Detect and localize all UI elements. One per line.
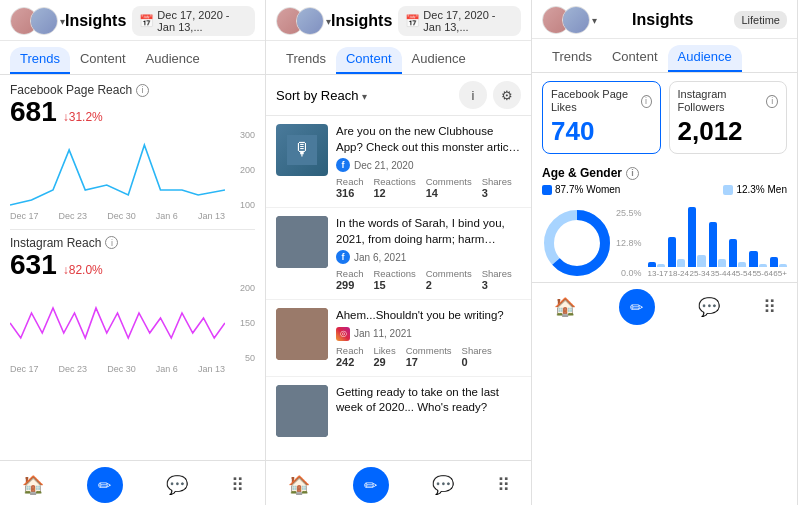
audience-header-bar: ▾ Insights Lifetime — [532, 0, 797, 39]
bar-blue-18 — [668, 237, 676, 267]
nav-edit-mid[interactable]: ✏ — [353, 467, 389, 503]
men-dot — [723, 185, 733, 195]
tab-trends-right[interactable]: Trends — [542, 45, 602, 72]
donut-svg — [542, 208, 612, 278]
trends-tab-bar: Trends Content Audience — [0, 41, 265, 75]
trends-date-badge[interactable]: 📅 Dec 17, 2020 - Jan 13,... — [132, 6, 255, 36]
tab-content-right[interactable]: Content — [602, 45, 668, 72]
audience-avatar-group[interactable]: ▾ — [542, 6, 597, 34]
bar-group-18 — [668, 237, 685, 267]
posts-list: 🎙 Are you on the new Clubhouse App? Chec… — [266, 116, 531, 460]
nav-home-right[interactable]: 🏠 — [554, 296, 576, 318]
nav-edit[interactable]: ✏ — [87, 467, 123, 503]
fb-reach-label: Facebook Page Reach i — [10, 83, 255, 97]
age-gender-section: Age & Gender i 87.7% Women 12.3% Men — [532, 162, 797, 282]
post-image-1: 🎙 — [287, 135, 317, 165]
x-axis-labels: 13-1718-2425-3435-4445-5455-6465+ — [648, 269, 787, 278]
ig-reach-svg — [10, 283, 225, 363]
bar-blue-25 — [688, 207, 696, 267]
tab-content-mid[interactable]: Content — [336, 47, 402, 74]
post-stats-3: Reach 242 Likes 29 Comments 17 Shares 0 — [336, 345, 521, 368]
content-avatar-2 — [296, 7, 324, 35]
svg-text:🎙: 🎙 — [293, 139, 311, 159]
ig-followers-info[interactable]: i — [766, 95, 778, 108]
tab-trends[interactable]: Trends — [10, 47, 70, 74]
donut-bar-container: 25.5% 12.8% 0.0% — [542, 197, 787, 282]
post-thumb-1: 🎙 — [276, 124, 328, 176]
tab-audience-right[interactable]: Audience — [668, 45, 742, 72]
tab-audience-left[interactable]: Audience — [136, 47, 210, 74]
post-meta-1: f Dec 21, 2020 — [336, 158, 521, 172]
content-panel: ▾ Insights 📅 Dec 17, 2020 - Jan 13,... T… — [266, 0, 532, 505]
content-title: Insights — [331, 12, 392, 30]
nav-chat-right[interactable]: 💬 — [698, 296, 720, 318]
men-pct: 12.3% Men — [736, 184, 787, 195]
nav-chat[interactable]: 💬 — [166, 474, 188, 496]
bar-light-65 — [779, 264, 787, 267]
sort-label[interactable]: Sort by Reach ▾ — [276, 88, 453, 103]
fb-likes-info[interactable]: i — [641, 95, 652, 108]
nav-grid[interactable]: ⠿ — [231, 474, 244, 496]
women-legend: 87.7% Women — [542, 184, 620, 195]
post-item-4[interactable]: Getting ready to take on the last week o… — [266, 377, 531, 445]
ig-reach-info[interactable]: i — [105, 236, 118, 249]
bar-blue-13 — [648, 262, 656, 267]
post-item-1[interactable]: 🎙 Are you on the new Clubhouse App? Chec… — [266, 116, 531, 208]
post-text-2: In the words of Sarah, I bind you, 2021,… — [336, 216, 521, 247]
bar-light-25 — [697, 255, 705, 267]
content-avatar-group[interactable]: ▾ — [276, 7, 331, 35]
bar-blue-65 — [770, 257, 778, 267]
content-tab-bar: Trends Content Audience — [266, 41, 531, 75]
audience-avatar-2 — [562, 6, 590, 34]
trends-bottom-nav: 🏠 ✏ 💬 ⠿ — [0, 460, 265, 505]
ig-reach-value: 631 — [10, 250, 57, 281]
divider — [10, 229, 255, 230]
post-item-3[interactable]: Ahem...Shouldn't you be writing? ◎ Jan 1… — [266, 300, 531, 377]
bar-light-18 — [677, 259, 685, 267]
ig-followers-label: Instagram Followers i — [678, 88, 779, 114]
content-date-badge[interactable]: 📅 Dec 17, 2020 - Jan 13,... — [398, 6, 521, 36]
women-dot — [542, 185, 552, 195]
tab-audience-mid[interactable]: Audience — [402, 47, 476, 74]
post-meta-2: f Jan 6, 2021 — [336, 250, 521, 264]
post-info-1: Are you on the new Clubhouse App? Check … — [336, 124, 521, 199]
trends-title: Insights — [65, 12, 126, 30]
post-thumb-3 — [276, 308, 328, 360]
bar-group-65 — [770, 257, 787, 267]
fb-likes-card[interactable]: Facebook Page Likes i 740 — [542, 81, 661, 154]
avatar-group[interactable]: ▾ — [10, 7, 65, 35]
post-meta-3: ◎ Jan 11, 2021 — [336, 327, 521, 341]
post-thumb-4 — [276, 385, 328, 437]
fb-likes-value: 740 — [551, 116, 652, 147]
fb-reach-info[interactable]: i — [136, 84, 149, 97]
women-pct: 87.7% Women — [555, 184, 620, 195]
nav-home[interactable]: 🏠 — [22, 474, 44, 496]
post-text-4: Getting ready to take on the last week o… — [336, 385, 521, 416]
ig-icon-3: ◎ — [336, 327, 350, 341]
nav-home-mid[interactable]: 🏠 — [288, 474, 310, 496]
post-date-1: Dec 21, 2020 — [354, 160, 414, 171]
info-btn[interactable]: i — [459, 81, 487, 109]
nav-grid-mid[interactable]: ⠿ — [497, 474, 510, 496]
trends-header: ▾ Insights 📅 Dec 17, 2020 - Jan 13,... — [0, 0, 265, 41]
bar-blue-35 — [709, 222, 717, 267]
nav-edit-right[interactable]: ✏ — [619, 289, 655, 325]
nav-chat-mid[interactable]: 💬 — [432, 474, 454, 496]
sort-header: Sort by Reach ▾ i ⚙ — [266, 75, 531, 116]
tab-content-left[interactable]: Content — [70, 47, 136, 74]
filter-btn[interactable]: ⚙ — [493, 81, 521, 109]
post-info-4: Getting ready to take on the last week o… — [336, 385, 521, 419]
fb-reach-value: 681 — [10, 97, 57, 128]
ig-chart-y-axis: 20015050 — [225, 283, 255, 363]
post-item-2[interactable]: In the words of Sarah, I bind you, 2021,… — [266, 208, 531, 300]
bar-blue-55 — [749, 251, 757, 267]
fb-reach-svg — [10, 130, 225, 210]
nav-grid-right[interactable]: ⠿ — [763, 296, 776, 318]
age-gender-title: Age & Gender i — [542, 166, 787, 180]
fb-chart-x-labels: Dec 17Dec 23Dec 30Jan 6Jan 13 — [10, 211, 255, 221]
tab-trends-mid[interactable]: Trends — [276, 47, 336, 74]
lifetime-badge[interactable]: Lifetime — [734, 11, 787, 29]
fb-icon-2: f — [336, 250, 350, 264]
age-gender-info[interactable]: i — [626, 167, 639, 180]
ig-followers-card[interactable]: Instagram Followers i 2,012 — [669, 81, 788, 154]
